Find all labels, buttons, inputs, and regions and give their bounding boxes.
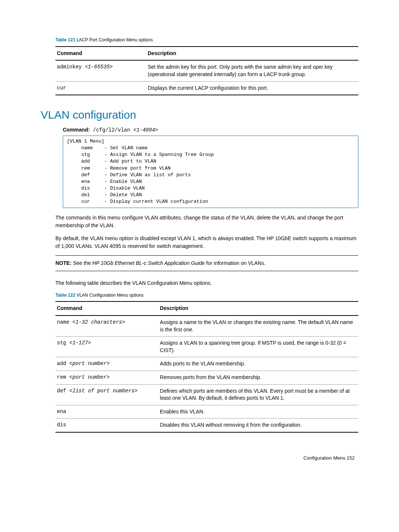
cmd-cell: rem <port number> bbox=[55, 371, 158, 385]
desc-cell: Set the admin key for this port. Only po… bbox=[146, 60, 358, 81]
header-description: Description bbox=[158, 301, 358, 316]
cmd-cell: def <list of port numbers> bbox=[55, 384, 158, 405]
command-arg: <1-4094> bbox=[133, 127, 158, 133]
vlan-menu-code: [VLAN 1 Menu] name - Set VLAN name stg -… bbox=[63, 136, 358, 208]
desc-cell: Disables this VLAN without removing it f… bbox=[158, 419, 358, 432]
cmd-cell: ena bbox=[55, 405, 158, 419]
table-122-caption: Table 122 VLAN Configuration Menu option… bbox=[55, 292, 358, 299]
table-121: Command Description adminkey <1-65535> S… bbox=[55, 46, 358, 95]
table-row: rem <port number> Removes ports from the… bbox=[55, 371, 358, 385]
table-122-container: Table 122 VLAN Configuration Menu option… bbox=[41, 292, 358, 433]
body-para-3: The following table describes the VLAN C… bbox=[41, 279, 358, 287]
table-122-number: Table 122 bbox=[55, 293, 75, 298]
cmd-cell: name <1-32 characters> bbox=[55, 316, 158, 337]
cmd-arg: <port number> bbox=[69, 374, 110, 380]
header-command: Command bbox=[55, 47, 146, 61]
desc-cell: Assigns a VLAN to a spanning tree group.… bbox=[158, 337, 358, 357]
cmd-cell: cur bbox=[55, 81, 146, 95]
cmd-cell: adminkey <1-65535> bbox=[55, 60, 146, 81]
cmd-pre: def bbox=[57, 388, 69, 394]
cmd-cell: stg <1-127> bbox=[55, 337, 158, 357]
desc-cell: Enables this VLAN. bbox=[158, 405, 358, 419]
cmd-pre: rem bbox=[57, 374, 69, 380]
table-row: stg <1-127> Assigns a VLAN to a spanning… bbox=[55, 337, 358, 357]
desc-cell: Assigns a name to the VLAN or changes th… bbox=[158, 316, 358, 337]
cmd-cell: dis bbox=[55, 419, 158, 432]
cmd-arg: 1-65535 bbox=[88, 64, 110, 70]
table-121-title: LACP Port Configuration Menu options bbox=[75, 37, 153, 42]
cmd-pre: cur bbox=[57, 85, 66, 91]
cmd-pre: adminkey < bbox=[57, 64, 88, 70]
table-121-caption: Table 121 LACP Port Configuration Menu o… bbox=[55, 37, 358, 43]
table-header-row: Command Description bbox=[55, 301, 358, 316]
cmd-post: > bbox=[110, 64, 113, 70]
table-header-row: Command Description bbox=[55, 47, 358, 61]
cmd-arg: <1-127> bbox=[69, 340, 91, 346]
note-rule-bottom bbox=[55, 271, 358, 271]
table-row: ena Enables this VLAN. bbox=[55, 405, 358, 419]
body-para-2: By default, the VLAN menu option is disa… bbox=[41, 235, 358, 250]
cmd-pre: stg bbox=[57, 340, 69, 346]
cmd-arg: <1-32 characters> bbox=[72, 319, 125, 325]
header-description: Description bbox=[146, 47, 358, 61]
body-para-1: The commands in this menu configure VLAN… bbox=[41, 214, 358, 229]
cmd-pre: name bbox=[57, 319, 72, 325]
table-row: add <port number> Adds ports to the VLAN… bbox=[55, 357, 358, 371]
table-122-title: VLAN Configuration Menu options bbox=[75, 293, 144, 298]
command-line: Command: /cfg/l2/vlan <1-4094> bbox=[41, 126, 358, 134]
cmd-pre: ena bbox=[57, 409, 66, 415]
desc-cell: Adds ports to the VLAN membership. bbox=[158, 357, 358, 371]
cmd-arg: <port number> bbox=[69, 361, 110, 366]
desc-cell: Displays the current LACP configuration … bbox=[146, 81, 358, 95]
cmd-pre: dis bbox=[57, 422, 66, 428]
desc-cell: Removes ports from the VLAN membership. bbox=[158, 371, 358, 385]
cmd-cell: add <port number> bbox=[55, 357, 158, 371]
desc-cell: Defines which ports are members of this … bbox=[158, 384, 358, 405]
note-label: NOTE: bbox=[55, 260, 72, 266]
command-label: Command: bbox=[63, 127, 90, 133]
note-italic: HP 10Gb Ethernet BL-c Switch Application… bbox=[92, 260, 205, 266]
cmd-arg: <list of port numbers> bbox=[69, 388, 138, 394]
command-text: /cfg/l2/vlan bbox=[90, 127, 133, 133]
cmd-pre: add bbox=[57, 361, 69, 366]
note-pre: See the bbox=[72, 260, 92, 266]
table-row: cur Displays the current LACP configurat… bbox=[55, 81, 358, 95]
table-row: adminkey <1-65535> Set the admin key for… bbox=[55, 60, 358, 81]
table-122: Command Description name <1-32 character… bbox=[55, 301, 358, 433]
note-rule-top bbox=[55, 255, 358, 256]
table-row: dis Disables this VLAN without removing … bbox=[55, 419, 358, 432]
header-command: Command bbox=[55, 301, 158, 316]
table-121-container: Table 121 LACP Port Configuration Menu o… bbox=[41, 37, 358, 95]
note-block: NOTE: See the HP 10Gb Ethernet BL-c Swit… bbox=[41, 259, 358, 267]
table-121-number: Table 121 bbox=[55, 37, 75, 42]
section-heading: VLAN configuration bbox=[41, 107, 358, 123]
page-footer: Configuration Menu 152 bbox=[41, 455, 358, 461]
table-row: def <list of port numbers> Defines which… bbox=[55, 384, 358, 405]
note-post: for information on VLANs. bbox=[205, 260, 265, 266]
table-row: name <1-32 characters> Assigns a name to… bbox=[55, 316, 358, 337]
